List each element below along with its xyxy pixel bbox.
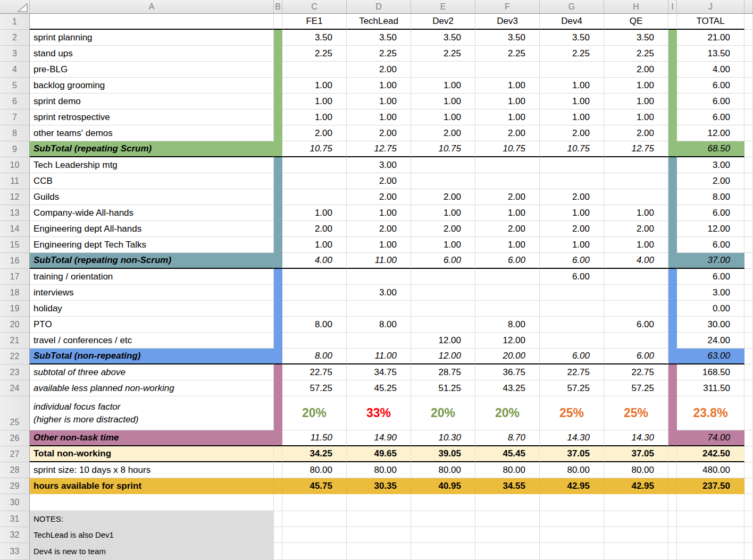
cell-J3[interactable]: 13.50	[677, 46, 744, 62]
cell-E2[interactable]: 3.50	[411, 30, 475, 46]
cell-I13[interactable]	[668, 205, 677, 221]
cell-C1[interactable]: FE1	[282, 14, 347, 30]
cell-H11[interactable]	[604, 173, 668, 189]
cell-C28[interactable]: 80.00	[282, 462, 347, 478]
cell-E21[interactable]: 12.00	[411, 333, 475, 349]
cell-I18[interactable]	[668, 285, 677, 301]
row-header-6[interactable]: 6	[0, 94, 30, 109]
cell-D2[interactable]: 3.50	[347, 30, 411, 46]
cell-B26[interactable]	[274, 430, 282, 446]
cell-overflow-17[interactable]	[744, 269, 753, 285]
cell-I22[interactable]	[668, 349, 677, 364]
cell-overflow-7[interactable]	[744, 109, 753, 125]
cell-H24[interactable]: 57.25	[604, 380, 668, 396]
cell-H19[interactable]	[604, 301, 668, 317]
cell-overflow-21[interactable]	[744, 333, 753, 349]
cell-overflow-10[interactable]	[744, 157, 753, 173]
cell-H8[interactable]: 2.00	[604, 125, 668, 141]
cell-C17[interactable]	[282, 269, 347, 285]
cell-C12[interactable]	[282, 189, 347, 205]
cell-I29[interactable]	[668, 478, 677, 494]
row-header-13[interactable]: 13	[0, 205, 30, 221]
cell-A14[interactable]: Engineering dept All-hands	[30, 221, 274, 237]
cell-E23[interactable]: 28.75	[411, 364, 475, 380]
row-header-29[interactable]: 29	[0, 478, 30, 494]
cell-E6[interactable]: 1.00	[411, 94, 475, 109]
cell-B22[interactable]	[274, 349, 282, 364]
cell-D10[interactable]: 3.00	[347, 157, 411, 173]
cell-H31[interactable]	[604, 511, 668, 527]
cell-overflow-9[interactable]	[744, 141, 753, 157]
cell-overflow-31[interactable]	[744, 511, 753, 527]
cell-F28[interactable]: 80.00	[475, 462, 540, 478]
cell-B29[interactable]	[274, 478, 282, 494]
cell-G3[interactable]: 2.25	[540, 46, 604, 62]
cell-I23[interactable]	[668, 364, 677, 380]
cell-A21[interactable]: travel / conferences / etc	[30, 333, 274, 349]
cell-A17[interactable]: training / orientation	[30, 269, 274, 285]
cell-I20[interactable]	[668, 317, 677, 333]
cell-B23[interactable]	[274, 364, 282, 380]
cell-E13[interactable]: 1.00	[411, 205, 475, 221]
cell-G12[interactable]: 2.00	[540, 189, 604, 205]
cell-overflow-15[interactable]	[744, 237, 753, 253]
cell-C33[interactable]	[282, 543, 347, 560]
row-header-21[interactable]: 21	[0, 333, 30, 349]
cell-E9[interactable]: 10.75	[411, 141, 475, 157]
cell-H13[interactable]: 1.00	[604, 205, 668, 221]
cell-D21[interactable]	[347, 333, 411, 349]
cell-A8[interactable]: other teams' demos	[30, 125, 274, 141]
cell-A12[interactable]: Guilds	[30, 189, 274, 205]
cell-D11[interactable]: 2.00	[347, 173, 411, 189]
cell-J23[interactable]: 168.50	[677, 364, 744, 380]
cell-A7[interactable]: sprint retrospective	[30, 109, 274, 125]
cell-D15[interactable]: 1.00	[347, 237, 411, 253]
cell-J6[interactable]: 6.00	[677, 94, 744, 109]
column-header-C[interactable]: C	[282, 0, 347, 14]
cell-E33[interactable]	[411, 543, 475, 560]
cell-G30[interactable]	[540, 494, 604, 511]
cell-A31[interactable]: NOTES:	[30, 511, 274, 527]
cell-E29[interactable]: 40.95	[411, 478, 475, 494]
cell-G6[interactable]: 1.00	[540, 94, 604, 109]
cell-D9[interactable]: 12.75	[347, 141, 411, 157]
cell-I16[interactable]	[668, 253, 677, 269]
cell-J33[interactable]	[677, 543, 744, 560]
cell-I5[interactable]	[668, 78, 677, 94]
cell-I3[interactable]	[668, 46, 677, 62]
cell-F6[interactable]: 1.00	[475, 94, 540, 109]
cell-overflow-5[interactable]	[744, 78, 753, 94]
cell-D20[interactable]: 8.00	[347, 317, 411, 333]
cell-A28[interactable]: sprint size: 10 days x 8 hours	[30, 462, 274, 478]
cell-B10[interactable]	[274, 157, 282, 173]
cell-H26[interactable]: 14.30	[604, 430, 668, 446]
cell-C32[interactable]	[282, 527, 347, 543]
cell-B1[interactable]	[274, 14, 282, 30]
cell-G10[interactable]	[540, 157, 604, 173]
cell-G8[interactable]: 2.00	[540, 125, 604, 141]
row-header-25[interactable]: 25	[0, 396, 30, 430]
cell-G15[interactable]: 1.00	[540, 237, 604, 253]
cell-H32[interactable]	[604, 527, 668, 543]
cell-J32[interactable]	[677, 527, 744, 543]
cell-C30[interactable]	[282, 494, 347, 511]
row-header-32[interactable]: 32	[0, 527, 30, 543]
cell-H1[interactable]: QE	[604, 14, 668, 30]
cell-G26[interactable]: 14.30	[540, 430, 604, 446]
cell-G28[interactable]: 80.00	[540, 462, 604, 478]
row-header-10[interactable]: 10	[0, 157, 30, 173]
cell-H4[interactable]: 2.00	[604, 62, 668, 78]
cell-A11[interactable]: CCB	[30, 173, 274, 189]
cell-B7[interactable]	[274, 109, 282, 125]
cell-G14[interactable]: 2.00	[540, 221, 604, 237]
cell-I6[interactable]	[668, 94, 677, 109]
cell-B27[interactable]	[274, 446, 282, 462]
cell-A6[interactable]: sprint demo	[30, 94, 274, 109]
cell-I12[interactable]	[668, 189, 677, 205]
cell-E31[interactable]	[411, 511, 475, 527]
cell-D18[interactable]: 3.00	[347, 285, 411, 301]
cell-overflow-12[interactable]	[744, 189, 753, 205]
cell-F25[interactable]: 20%	[475, 396, 540, 430]
cell-C18[interactable]	[282, 285, 347, 301]
row-header-20[interactable]: 20	[0, 317, 30, 333]
